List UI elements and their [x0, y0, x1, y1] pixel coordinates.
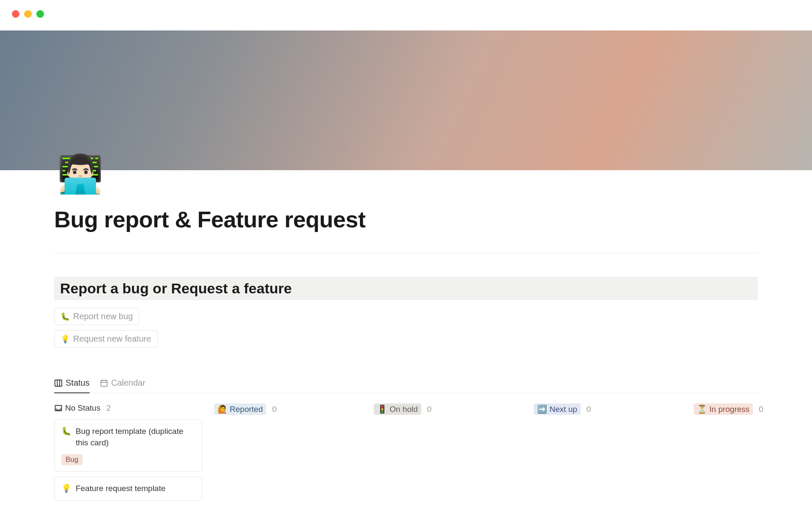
card-title: Bug report template (duplicate this card…: [76, 426, 195, 448]
traffic-light-icon: 🚦: [377, 405, 387, 414]
column-label: Reported: [230, 405, 263, 414]
column-header[interactable]: ➡️ Next up 0: [534, 403, 682, 415]
bug-icon: 🐛: [60, 312, 70, 321]
tab-calendar-label: Calendar: [111, 378, 145, 388]
column-count: 2: [106, 403, 111, 413]
column-no-status: No Status 2 🐛 Bug report template (dupli…: [54, 403, 202, 506]
page-icon[interactable]: 👨🏻‍💻: [57, 155, 97, 196]
column-on-hold: 🚦 On hold 0: [374, 403, 522, 506]
svg-rect-3: [101, 380, 107, 386]
tab-status-label: Status: [66, 378, 90, 388]
card-bug-report-template[interactable]: 🐛 Bug report template (duplicate this ca…: [54, 420, 202, 472]
report-bug-label: Report new bug: [73, 312, 133, 321]
board-icon: [54, 379, 63, 387]
column-count: 0: [759, 405, 763, 414]
column-count: 0: [427, 405, 432, 414]
board: No Status 2 🐛 Bug report template (dupli…: [54, 403, 758, 506]
column-reported: 🙋 Reported 0: [214, 403, 362, 506]
column-label: On hold: [390, 405, 418, 414]
column-count: 0: [587, 405, 591, 414]
column-label: In progress: [709, 405, 749, 414]
column-next-up: ➡️ Next up 0: [534, 403, 682, 506]
calendar-icon: [100, 379, 108, 387]
raising-hand-icon: 🙋: [217, 405, 228, 414]
column-header[interactable]: ⏳ In progress 0: [694, 403, 763, 415]
column-header[interactable]: 🚦 On hold 0: [374, 403, 522, 415]
view-tabs: Status Calendar: [54, 375, 758, 393]
lightbulb-icon: 💡: [61, 483, 71, 494]
column-label: Next up: [549, 405, 577, 414]
arrow-right-icon: ➡️: [537, 405, 547, 414]
tab-status[interactable]: Status: [54, 375, 90, 393]
column-header[interactable]: No Status 2: [54, 403, 202, 413]
window-controls: [0, 0, 812, 30]
divider: [54, 253, 758, 253]
window-minimize-button[interactable]: [24, 10, 32, 18]
column-in-progress: ⏳ In progress 0: [694, 403, 763, 506]
request-feature-label: Request new feature: [73, 334, 151, 344]
window-close-button[interactable]: [12, 10, 19, 18]
bug-icon: 🐛: [61, 426, 71, 448]
hourglass-icon: ⏳: [697, 405, 707, 414]
page-title[interactable]: Bug report & Feature request: [54, 206, 758, 232]
lightbulb-icon: 💡: [60, 334, 70, 344]
card-feature-request-template[interactable]: 💡 Feature request template: [54, 477, 202, 501]
tab-calendar[interactable]: Calendar: [100, 375, 145, 393]
window-maximize-button[interactable]: [36, 10, 44, 18]
inbox-icon: [54, 404, 63, 412]
card-title: Feature request template: [76, 483, 165, 494]
column-label: No Status: [65, 403, 100, 413]
cover-image[interactable]: 👨🏻‍💻: [0, 30, 812, 170]
report-bug-button[interactable]: 🐛 Report new bug: [54, 308, 139, 325]
column-count: 0: [272, 405, 277, 414]
request-feature-button[interactable]: 💡 Request new feature: [54, 330, 158, 348]
section-heading: Report a bug or Request a feature: [54, 277, 758, 300]
svg-rect-0: [55, 380, 62, 386]
card-tag-bug: Bug: [61, 454, 82, 465]
column-header[interactable]: 🙋 Reported 0: [214, 403, 362, 415]
